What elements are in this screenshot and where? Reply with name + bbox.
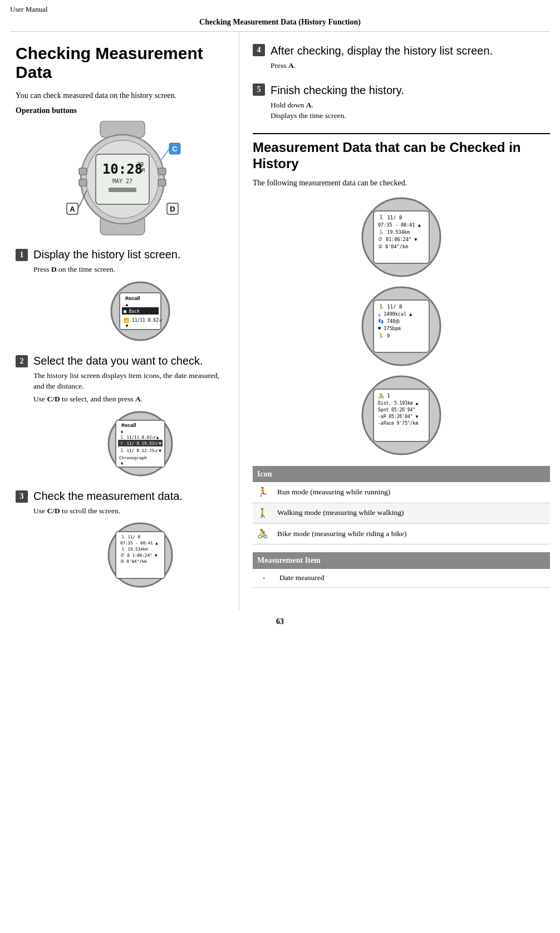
watch-diagram-svg: 10:28 39 AM MAY 27 C A D [56, 121, 189, 238]
icon-row-walk: 🚶 Walking mode (measuring while walking) [253, 503, 550, 523]
measurement-table-header: Measurement Item [253, 552, 550, 569]
main-content: Checking Measurement Data You can check … [0, 32, 560, 611]
left-intro: You can check measured data on the histo… [16, 90, 229, 101]
svg-rect-13 [109, 188, 136, 192]
history-screen-2-svg: 🏃 11/ 8 △ 1400kcal ▲ 👣 740歩 ♥ 175bpm 🏃 9 [360, 284, 443, 368]
measurement-table: Measurement Item - Date measured [253, 552, 550, 587]
svg-text:-aP  05:26'04" ▼: -aP 05:26'04" ▼ [378, 414, 418, 419]
svg-text:Spnt 05:26'04": Spnt 05:26'04" [378, 407, 415, 413]
step-1-title: Display the history list screen. [33, 248, 181, 261]
left-section-title: Checking Measurement Data [16, 44, 229, 82]
step-2-line-2: Use C/D to select, and then press A. [33, 394, 229, 405]
svg-text:C: C [172, 145, 178, 153]
detail-screen-svg: 🏃 11/ 8 07:35 - 08:41 ▲ 🏃 19.534km ⏱ 0 1… [107, 522, 174, 588]
step-5-line-2: Displays the time screen. [271, 111, 550, 121]
recall-list-screen-svg: Recall ▲ 🏃 11/11 8.62㎡▲ 🏃 11/ 8 19.53㎡▼ … [107, 410, 174, 477]
step-2-block: 2 Select the data you want to check. The… [16, 354, 229, 477]
bike-desc: Bike mode (measuring while riding a bike… [273, 524, 550, 544]
header-bar: User Manual [0, 0, 560, 17]
svg-text:⏱ 01:06:24" ▼: ⏱ 01:06:24" ▼ [378, 237, 417, 242]
measurement-desc: Date measured [275, 569, 550, 587]
step-1-block: 1 Display the history list screen. Press… [16, 248, 229, 342]
walk-desc: Walking mode (measuring while walking) [273, 503, 550, 523]
svg-text:AM: AM [139, 168, 145, 173]
svg-text:🏃 11/ 8: 🏃 11/ 8 [378, 214, 402, 221]
step-3-title: Check the measurement data. [33, 489, 183, 503]
svg-text:07:35 - 08:41 ▲: 07:35 - 08:41 ▲ [378, 222, 421, 228]
recall-back-screen-svg: Recall ▲ ■ Back 📶 11/11 8.62㎡ ▼ [110, 281, 171, 342]
svg-text:A: A [70, 205, 75, 213]
step-4-title: After checking, display the history list… [271, 44, 493, 57]
svg-text:Dist.  5.193km ▲: Dist. 5.193km ▲ [378, 401, 418, 406]
step-1-header: 1 Display the history list screen. [16, 248, 229, 261]
svg-rect-7 [158, 179, 166, 186]
svg-text:Recall: Recall [125, 296, 140, 301]
svg-text:②   8'04"/km: ② 8'04"/km [120, 559, 147, 564]
left-column: Checking Measurement Data You can check … [0, 32, 239, 611]
svg-text:🏃 11/11 8.62㎡▲: 🏃 11/11 8.62㎡▲ [119, 435, 159, 440]
svg-line-20 [161, 149, 169, 160]
svg-text:📶 11/11 8.62㎡: 📶 11/11 8.62㎡ [124, 317, 163, 323]
step-4-body: Press A. [271, 61, 550, 71]
svg-text:D: D [170, 205, 175, 213]
section2-intro: The following measurement data can be ch… [253, 178, 550, 189]
step-3-body: Use C/D to scroll the screen. 🏃 11/ 8 07… [33, 506, 229, 589]
svg-text:39: 39 [136, 161, 143, 168]
step-2-number: 2 [16, 355, 28, 367]
right-column: 4 After checking, display the history li… [239, 32, 560, 611]
svg-text:07:35 - 08:41 ▲: 07:35 - 08:41 ▲ [120, 541, 158, 546]
svg-rect-4 [79, 168, 87, 175]
manual-label: User Manual [10, 4, 48, 14]
svg-text:🚴 1: 🚴 1 [378, 392, 390, 399]
step-2-header: 2 Select the data you want to check. [16, 354, 229, 367]
svg-text:■ Back: ■ Back [124, 309, 140, 314]
svg-text:-aPace 9'75"/km: -aPace 9'75"/km [378, 421, 418, 426]
step-2-line-1: The history list screen displays item ic… [33, 371, 229, 392]
step-3-line-1: Use C/D to scroll the screen. [33, 506, 229, 517]
run-icon: 🏃 [253, 482, 273, 503]
step-1-screen: Recall ▲ ■ Back 📶 11/11 8.62㎡ ▼ [51, 281, 229, 342]
screens-row: 🏃 11/ 8 07:35 - 08:41 ▲ 🏃 19.534km ⏱ 01:… [253, 195, 550, 457]
svg-text:🏃 11/ 8: 🏃 11/ 8 [378, 303, 402, 310]
icon-row-run: 🏃 Run mode (measuring while running) [253, 482, 550, 503]
measurement-row-date: - Date measured [253, 569, 550, 587]
step-5-body: Hold down A. Displays the time screen. [271, 100, 550, 121]
svg-text:👣   740歩: 👣 740歩 [378, 318, 400, 325]
step-2-screen: Recall ▲ 🏃 11/11 8.62㎡▲ 🏃 11/ 8 19.53㎡▼ … [51, 410, 229, 477]
step-3-screen: 🏃 11/ 8 07:35 - 08:41 ▲ 🏃 19.534km ⏱ 0 1… [51, 522, 229, 588]
measurement-symbol: - [253, 569, 275, 587]
svg-text:🏃  19.534km: 🏃 19.534km [378, 229, 410, 235]
section-divider [253, 133, 550, 134]
svg-text:🏃  19.534km: 🏃 19.534km [120, 547, 148, 552]
step-4-header: 4 After checking, display the history li… [253, 44, 550, 57]
svg-text:🏃      9: 🏃 9 [378, 333, 390, 339]
step-5-line-1: Hold down A. [271, 100, 550, 111]
icon-table: Icon 🏃 Run mode (measuring while running… [253, 466, 550, 545]
svg-text:△  1400kcal ▲: △ 1400kcal ▲ [378, 311, 412, 317]
svg-text:Recall: Recall [121, 423, 136, 428]
step-5-number: 5 [253, 84, 265, 96]
step-4-line-1: Press A. [271, 61, 550, 71]
step-4-block: 4 After checking, display the history li… [253, 44, 550, 71]
step-5-block: 5 Finish checking the history. Hold down… [253, 84, 550, 121]
page-number: 63 [0, 611, 560, 633]
section2-title: Measurement Data that can be Checked in … [253, 140, 550, 172]
svg-text:🏃 11/ 8: 🏃 11/ 8 [120, 534, 141, 539]
run-desc: Run mode (measuring while running) [273, 482, 550, 503]
svg-rect-5 [79, 179, 87, 186]
icon-table-header: Icon [253, 466, 550, 483]
svg-text:②   8'04"/km: ② 8'04"/km [378, 244, 408, 249]
svg-rect-6 [158, 168, 166, 175]
history-screen-1-svg: 🏃 11/ 8 07:35 - 08:41 ▲ 🏃 19.534km ⏱ 01:… [360, 195, 443, 279]
svg-text:♥    175bpm: ♥ 175bpm [378, 326, 401, 331]
watch-diagram: 10:28 39 AM MAY 27 C A D [16, 121, 229, 238]
svg-text:🏃 11/ 8 12.75㎡▼: 🏃 11/ 8 12.75㎡▼ [119, 448, 161, 453]
svg-text:🏃 11/ 8 19.53㎡▼: 🏃 11/ 8 19.53㎡▼ [119, 441, 161, 446]
step-2-title: Select the data you want to check. [33, 354, 203, 367]
svg-text:MAY 27: MAY 27 [112, 178, 132, 184]
step-2-body: The history list screen displays item ic… [33, 371, 229, 477]
step-3-block: 3 Check the measurement data. Use C/D to… [16, 489, 229, 589]
svg-text:▼: ▼ [125, 323, 129, 328]
step-1-body: Press D on the time screen. Recall ▲ ■ B… [33, 264, 229, 342]
svg-text:▲: ▲ [125, 302, 129, 307]
